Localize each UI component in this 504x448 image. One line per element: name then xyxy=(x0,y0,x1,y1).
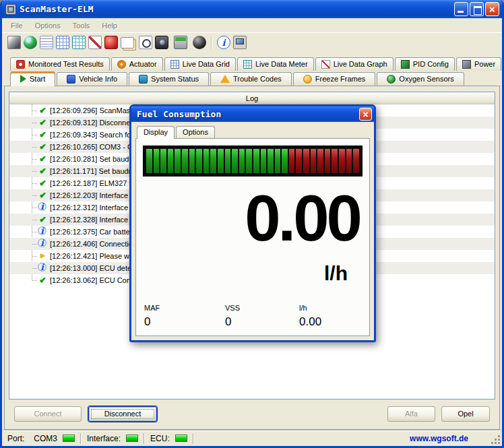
close-button[interactable]: × xyxy=(485,2,499,16)
gauge-segment-green xyxy=(196,149,202,173)
tab-label: Live Data Meter xyxy=(255,60,308,68)
gauge-segment-green xyxy=(253,149,259,173)
tab-label: System Status xyxy=(151,75,199,83)
stat-label: MAF xyxy=(144,304,225,312)
log-entry-text: [12:26:12.421] Please wa xyxy=(50,252,133,260)
ecu-label: ECU: xyxy=(150,434,170,443)
data-grid-icon[interactable] xyxy=(56,36,69,49)
tab-live-data-grid[interactable]: Live Data Grid xyxy=(164,57,236,71)
alfa-button[interactable]: Alfa xyxy=(387,406,435,422)
ecu-led xyxy=(175,435,187,442)
tab-label: Monitored Test Results xyxy=(28,60,104,68)
tab-power[interactable]: Power xyxy=(456,57,501,71)
stat-value: 0 xyxy=(144,315,225,329)
system-icon xyxy=(139,75,148,84)
check-icon: ✔ xyxy=(38,275,48,285)
dialog-tabs: DisplayOptions xyxy=(135,126,370,138)
tab-trouble-codes[interactable]: Trouble Codes xyxy=(210,72,292,86)
gauge-segment-red xyxy=(311,149,317,173)
data-graph-icon[interactable] xyxy=(88,36,102,49)
menu-options[interactable]: Options xyxy=(29,20,67,32)
dialog-title-bar[interactable]: Fuel Consumption × xyxy=(131,106,374,122)
log-entry-text: [12:26:12.203] Interface xyxy=(50,191,128,199)
menu-help[interactable]: Help xyxy=(96,20,123,32)
gauge-segment-green xyxy=(175,149,181,173)
dialog-tab-display[interactable]: Display xyxy=(137,126,175,139)
interface-label: Interface: xyxy=(87,434,121,443)
check-icon: ✔ xyxy=(38,166,48,176)
log-entry-text: [12:26:09.296] ScanMaste xyxy=(50,106,136,115)
opel-button[interactable]: Opel xyxy=(441,406,490,422)
log-entry-text: [12:26:09.312] Disconnec xyxy=(50,119,134,127)
tab-vehicle-info[interactable]: Vehicle Info xyxy=(57,72,127,86)
search-doc-icon[interactable] xyxy=(139,36,152,49)
stat-value: 0.00 xyxy=(299,315,363,329)
stat-l-h: l/h0.00 xyxy=(299,304,363,329)
tab-monitored-test-results[interactable]: Monitored Test Results xyxy=(10,57,110,71)
check-icon: ✔ xyxy=(38,141,48,152)
connection-buttons: ConnectDisconnect xyxy=(14,406,157,422)
record-icon[interactable] xyxy=(193,36,206,49)
dialog-title: Fuel Consumption xyxy=(137,109,359,119)
tab-live-data-graph[interactable]: Live Data Graph xyxy=(315,57,393,71)
minimize-button[interactable] xyxy=(454,2,468,16)
log-doc-icon[interactable] xyxy=(40,36,53,49)
globe-icon[interactable] xyxy=(24,36,37,49)
exit-icon[interactable] xyxy=(233,36,247,49)
tab-live-data-meter[interactable]: Live Data Meter xyxy=(237,57,314,71)
gauge-segment-green xyxy=(210,149,216,173)
gauge-segment-green xyxy=(225,149,231,173)
camera-icon[interactable] xyxy=(155,36,168,49)
disconnect-button[interactable]: Disconnect xyxy=(88,406,157,422)
statusbar-separator xyxy=(80,433,82,444)
tab-label: Freeze Frames xyxy=(315,75,366,83)
warning-icon xyxy=(220,75,230,83)
copy-icon[interactable] xyxy=(121,37,134,49)
tab-start[interactable]: Start xyxy=(10,71,55,86)
connect-icon[interactable] xyxy=(7,36,21,49)
window-title: ScanMaster-ELM xyxy=(20,4,451,14)
tab-actuator[interactable]: Actuator xyxy=(111,57,163,71)
port-value: COM3 xyxy=(34,434,57,443)
dtc-icon[interactable] xyxy=(104,36,118,49)
data-meter-icon[interactable] xyxy=(72,36,86,49)
gauge-segment-green xyxy=(218,149,224,173)
tab-label: Trouble Codes xyxy=(233,75,282,83)
tab-freeze-frames[interactable]: Freeze Frames xyxy=(293,72,376,86)
dialog-stats: MAF0VSS0l/h0.00 xyxy=(143,304,363,329)
menu-tools[interactable]: Tools xyxy=(67,20,96,32)
stat-maf: MAF0 xyxy=(144,304,225,329)
tab-oxygen-sensors[interactable]: Oxygen Sensors xyxy=(377,72,464,86)
app-icon[interactable] xyxy=(5,4,16,15)
gauge-segment-red xyxy=(353,149,359,173)
tab-label: Vehicle Info xyxy=(79,75,117,83)
gauge-segment-green xyxy=(160,149,166,173)
title-bar[interactable]: ScanMaster-ELM × xyxy=(2,0,502,18)
start-icon xyxy=(20,75,26,83)
tab-pid-config[interactable]: PID Config xyxy=(395,57,455,71)
info-icon[interactable] xyxy=(217,36,230,49)
maximize-button[interactable] xyxy=(470,2,484,16)
footer-button-row: ConnectDisconnect AlfaOpel xyxy=(9,404,495,424)
menu-file[interactable]: File xyxy=(5,20,29,32)
brand-buttons: AlfaOpel xyxy=(387,406,490,422)
resize-grip[interactable] xyxy=(491,435,501,445)
gauge-segment-red xyxy=(325,149,331,173)
dialog-body: DisplayOptions 0.00 l/h MAF0VSS0l/h0.00 xyxy=(131,122,374,340)
website-link[interactable]: www.wgsoft.de xyxy=(410,434,468,443)
tab-label: Oxygen Sensors xyxy=(399,75,453,83)
dialog-tab-options[interactable]: Options xyxy=(176,126,215,138)
arrow-icon: ► xyxy=(38,251,48,261)
gauge-segment-green xyxy=(182,149,188,173)
battery-icon[interactable] xyxy=(174,36,187,49)
tab-system-status[interactable]: System Status xyxy=(129,72,209,86)
toolbar-separator xyxy=(211,36,212,49)
tab-label: Actuator xyxy=(129,60,157,68)
stat-label: VSS xyxy=(225,304,299,312)
dialog-close-button[interactable]: × xyxy=(359,108,372,121)
info-icon: i xyxy=(38,263,46,271)
log-column-header: Log xyxy=(9,92,495,104)
gauge-segment-red xyxy=(296,149,302,173)
fuel-unit: l/h xyxy=(143,262,363,285)
connect-button[interactable]: Connect xyxy=(14,406,82,422)
